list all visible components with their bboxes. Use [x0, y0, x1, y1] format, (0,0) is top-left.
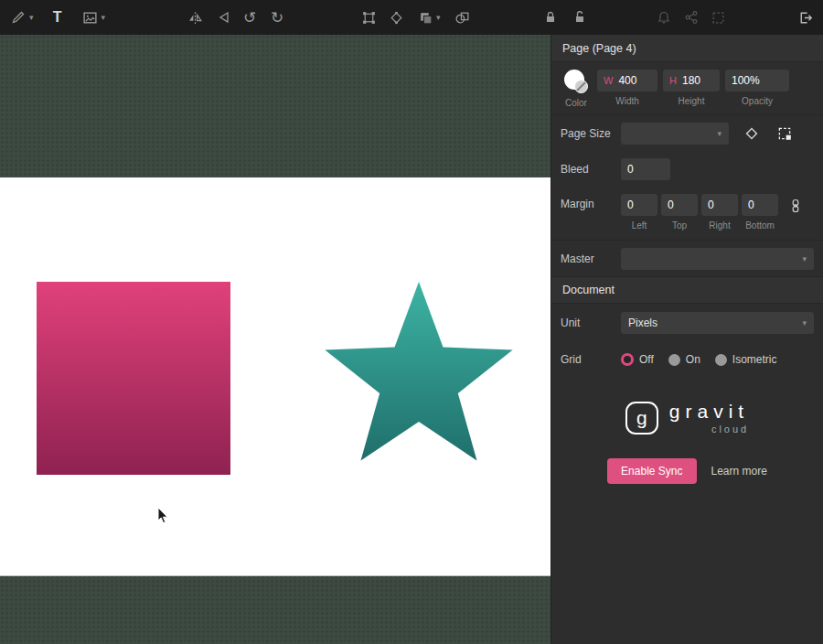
- unit-label: Unit: [561, 317, 621, 329]
- page-size-dropdown[interactable]: ▾: [621, 123, 729, 145]
- unit-dropdown[interactable]: Pixels ▾: [621, 312, 814, 334]
- page-color-swatch[interactable]: [564, 70, 588, 93]
- margin-bottom-label: Bottom: [745, 220, 775, 231]
- document-section-title: Document: [562, 284, 615, 296]
- clip-content-icon[interactable]: [773, 122, 796, 145]
- grid-off-label[interactable]: Off: [639, 353, 654, 366]
- page-size-row: Page Size ▾: [551, 115, 823, 152]
- gravit-logo-letter: g: [636, 407, 647, 429]
- image-tool-caret-icon[interactable]: ▾: [102, 13, 106, 22]
- master-caret-icon: ▾: [802, 254, 807, 263]
- margin-right-value[interactable]: [708, 199, 732, 211]
- width-prefix: W: [604, 75, 613, 86]
- enable-sync-button[interactable]: Enable Sync: [607, 458, 696, 484]
- height-value[interactable]: [682, 74, 713, 87]
- top-toolbar: ▾ T ▾ ↺ ↻ ▾: [0, 0, 823, 35]
- margin-left-value[interactable]: [627, 199, 651, 211]
- margin-top-label: Top: [672, 220, 687, 231]
- master-dropdown[interactable]: ▾: [621, 248, 814, 270]
- color-edit-icon: [574, 80, 588, 93]
- edit-points-icon[interactable]: [387, 8, 405, 27]
- margin-left-input[interactable]: [621, 194, 657, 216]
- panel-title: Page (Page 4): [551, 35, 823, 62]
- bleed-input[interactable]: [621, 158, 670, 180]
- selection-marquee-icon[interactable]: [710, 8, 728, 27]
- unit-caret-icon: ▾: [802, 318, 807, 327]
- page-orientation-icon[interactable]: [740, 122, 764, 145]
- undo-icon[interactable]: ↺: [240, 8, 259, 27]
- margin-row: Margin Left Top Right: [551, 187, 823, 240]
- bell-icon[interactable]: [655, 8, 673, 27]
- margin-top-value[interactable]: [668, 199, 691, 211]
- mouse-cursor: [157, 507, 170, 525]
- panel-title-text: Page (Page 4): [562, 42, 636, 55]
- margin-top-input[interactable]: [661, 194, 698, 216]
- margin-label: Margin: [561, 198, 621, 210]
- opacity-value[interactable]: [732, 74, 783, 87]
- margin-left-label: Left: [632, 220, 647, 231]
- bleed-label: Bleed: [561, 163, 621, 176]
- transform-icon[interactable]: [359, 8, 378, 27]
- cloud-brand-text: cloud: [711, 424, 749, 435]
- redo-icon[interactable]: ↻: [268, 8, 286, 27]
- app-window: ▾ T ▾ ↺ ↻ ▾: [0, 0, 823, 644]
- layers-icon[interactable]: [416, 8, 434, 27]
- margin-right-label: Right: [709, 220, 730, 231]
- width-input[interactable]: W: [597, 70, 657, 91]
- unlock-icon[interactable]: [571, 8, 589, 27]
- gravit-cloud-block: g gravit cloud Enable Sync Learn more: [551, 401, 823, 484]
- gravit-logo-icon: g: [625, 402, 658, 435]
- page-properties-row: Color W Width H Height Opac: [551, 62, 823, 115]
- gravit-brand-text: gravit: [669, 401, 749, 423]
- share-icon[interactable]: [682, 8, 700, 27]
- grid-on-label[interactable]: On: [686, 353, 700, 366]
- unit-value: Pixels: [628, 317, 657, 329]
- layers-caret-icon[interactable]: ▾: [436, 13, 441, 22]
- margin-bottom-input[interactable]: [742, 194, 778, 216]
- opacity-label: Opacity: [742, 96, 773, 106]
- gravit-cloud-brand: g gravit cloud: [625, 401, 749, 435]
- margin-right-input[interactable]: [701, 194, 738, 216]
- pen-tool-icon[interactable]: [9, 8, 27, 27]
- color-label: Color: [565, 98, 587, 108]
- learn-more-link[interactable]: Learn more: [711, 465, 767, 478]
- margin-bottom-value[interactable]: [748, 199, 772, 211]
- bleed-row: Bleed: [551, 152, 823, 187]
- canvas-area[interactable]: [0, 35, 550, 644]
- grid-radio-on[interactable]: [668, 354, 680, 366]
- grid-radio-off[interactable]: [621, 353, 634, 366]
- opacity-input[interactable]: [725, 70, 789, 91]
- width-value[interactable]: [618, 74, 651, 87]
- grid-label: Grid: [561, 353, 621, 366]
- page-size-caret-icon: ▾: [717, 129, 721, 138]
- lock-icon[interactable]: [541, 8, 560, 27]
- text-tool-icon[interactable]: T: [48, 8, 67, 27]
- grid-isometric-label[interactable]: Isometric: [732, 353, 777, 366]
- height-prefix: H: [669, 75, 677, 86]
- export-icon[interactable]: [796, 8, 814, 27]
- rectangle-shape[interactable]: [37, 282, 230, 475]
- height-input[interactable]: H: [663, 70, 720, 91]
- bleed-value[interactable]: [627, 163, 664, 176]
- flip-horizontal-icon[interactable]: [186, 8, 204, 27]
- master-label: Master: [561, 252, 621, 265]
- page-size-label: Page Size: [561, 127, 621, 140]
- pen-tool-caret-icon[interactable]: ▾: [29, 13, 34, 22]
- unit-row: Unit Pixels ▾: [551, 304, 823, 342]
- document-section-header: Document: [551, 276, 823, 304]
- image-tool-icon[interactable]: [81, 8, 100, 27]
- mask-icon[interactable]: [454, 8, 472, 27]
- master-row: Master ▾: [551, 240, 823, 276]
- grid-row: Grid Off On Isometric: [551, 342, 823, 377]
- flip-vertical-icon[interactable]: [215, 8, 233, 27]
- grid-radio-isometric[interactable]: [715, 354, 727, 366]
- link-margins-icon[interactable]: [784, 194, 807, 218]
- properties-panel: Page (Page 4) Color W Width H: [550, 35, 823, 644]
- height-label: Height: [679, 96, 705, 106]
- star-shape[interactable]: [318, 280, 519, 465]
- width-label: Width: [615, 96, 639, 106]
